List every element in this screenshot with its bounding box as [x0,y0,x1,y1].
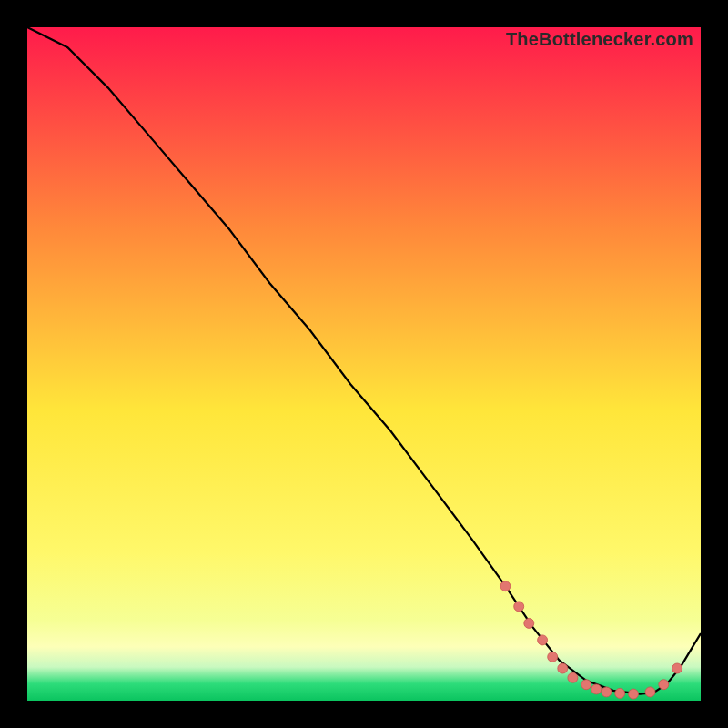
chart-frame: TheBottlenecker.com [0,0,728,728]
plot-area [27,27,701,701]
watermark-text: TheBottlenecker.com [506,29,693,50]
gradient-background [27,27,701,701]
chart-svg [27,27,701,701]
black-border-top [0,0,728,27]
curve-marker [592,684,602,694]
black-border-bottom [0,701,728,728]
curve-marker [645,687,655,697]
curve-marker [629,689,639,699]
curve-marker [524,618,534,628]
curve-marker [514,602,524,612]
curve-marker [659,680,669,690]
curve-marker [602,687,612,697]
curve-marker [568,672,578,682]
black-border-left [0,0,27,728]
curve-marker [581,680,592,690]
curve-marker [672,663,682,673]
curve-marker [558,663,568,673]
curve-marker [548,652,558,662]
black-border-right [701,0,728,728]
curve-marker [615,688,625,698]
curve-marker [538,635,548,645]
curve-marker [500,581,511,592]
